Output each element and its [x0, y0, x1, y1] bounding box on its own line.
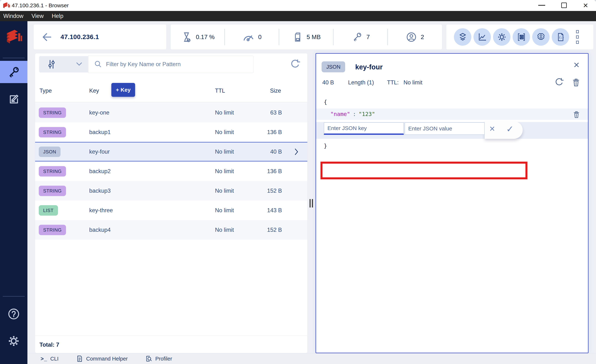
delete-field-icon[interactable]	[572, 109, 581, 119]
json-close-brace: }	[316, 141, 588, 151]
database-header-card: 47.100.236.1	[33, 24, 167, 50]
key-table-body: STRING key-one No limit 63 B STRING back…	[35, 103, 307, 240]
database-name: 47.100.236.1	[60, 33, 99, 41]
footer-toolbar: >_ CLI Command Helper Profiler	[27, 353, 596, 364]
overflow-menu-button[interactable]	[576, 30, 579, 44]
command-helper-button[interactable]: Command Helper	[76, 355, 128, 362]
menu-window[interactable]: Window	[3, 13, 23, 19]
table-row[interactable]: STRING key-one No limit 63 B	[35, 103, 307, 122]
json-field-key: "name"	[330, 111, 350, 117]
key-size: 136 B	[258, 168, 282, 175]
key-name: backup3	[89, 188, 111, 194]
sidebar-item-settings[interactable]	[0, 330, 27, 352]
json-field-row[interactable]: "name":"123"	[316, 109, 588, 120]
chevron-down-icon	[76, 62, 82, 66]
red-annotation-box	[320, 162, 528, 179]
module-json-icon: {;}	[552, 28, 569, 46]
json-editor: { "name":"123" × ✓ }	[316, 96, 588, 151]
table-row[interactable]: STRING backup2 No limit 136 B	[35, 161, 307, 181]
titlebar: 47.100.236.1 - Browser ×	[0, 0, 596, 11]
cli-icon: >_	[41, 356, 47, 362]
key-size: 40 B	[258, 148, 282, 155]
profiler-button[interactable]: Profiler	[145, 355, 172, 362]
table-row[interactable]: STRING backup3 No limit 152 B	[35, 181, 307, 201]
key-details-panel: JSON key-four × 40 B Length (1) TTL: No …	[316, 53, 589, 353]
redisinsight-window: 47.100.236.1 - Browser × Window View Hel…	[0, 0, 596, 364]
json-add-field-row: × ✓	[316, 122, 588, 139]
close-details-icon[interactable]: ×	[574, 59, 580, 71]
refresh-keys-icon[interactable]	[289, 58, 301, 70]
table-row[interactable]: STRING backup4 No limit 152 B	[35, 220, 307, 240]
key-type-badge: STRING	[39, 127, 66, 137]
total-keys-stat: 7	[334, 24, 388, 50]
refresh-value-icon[interactable]	[554, 77, 564, 88]
cpu-usage-stat: 0.17 %	[171, 24, 225, 50]
key-type-badge: STRING	[39, 166, 66, 176]
key-ttl: No limit	[215, 129, 234, 136]
table-row[interactable]: LIST key-three No limit 143 B	[35, 201, 307, 220]
key-search	[88, 56, 253, 73]
key-ttl: No limit	[215, 207, 234, 214]
close-window-button[interactable]: ×	[577, 0, 594, 11]
key-size: 63 B	[258, 109, 282, 116]
key-name: backup2	[89, 168, 111, 175]
key-type-badge: JSON	[322, 61, 345, 72]
user-icon	[406, 31, 417, 43]
redis-logo	[5, 28, 22, 45]
key-name: key-four	[89, 148, 110, 155]
total-keys-label: Total: 7	[39, 342, 59, 348]
table-row[interactable]: JSON key-four No limit 40 B	[35, 142, 307, 161]
key-size: 136 B	[258, 129, 282, 136]
json-value-input[interactable]	[405, 122, 485, 135]
key-type-badge: STRING	[39, 107, 66, 118]
edit-icon	[8, 93, 20, 105]
search-input[interactable]	[106, 61, 245, 68]
key-ttl: No limit	[215, 148, 234, 155]
add-key-button[interactable]: + Key	[111, 83, 135, 97]
ttl-value[interactable]: No limit	[403, 79, 422, 86]
filter-sliders-icon	[46, 59, 57, 70]
keys-panel: Type Key + Key TTL Size STRING key-one N…	[35, 53, 307, 353]
back-arrow-icon[interactable]	[41, 31, 53, 43]
menu-help[interactable]: Help	[52, 13, 63, 19]
apply-edit-icon[interactable]: ✓	[506, 124, 514, 134]
key-count-icon	[351, 31, 363, 43]
column-ttl: TTL	[215, 87, 225, 94]
key-ttl: No limit	[215, 109, 234, 116]
sidebar-item-help[interactable]	[0, 303, 27, 325]
sidebar-item-workbench[interactable]	[0, 88, 27, 110]
column-type: Type	[39, 87, 52, 94]
key-type-badge: JSON	[39, 146, 60, 157]
key-meta-row: 40 B Length (1) TTL: No limit	[316, 79, 588, 91]
panel-splitter-handle[interactable]	[310, 199, 314, 207]
profiler-icon	[145, 355, 152, 362]
ttl-label[interactable]: TTL:	[387, 79, 399, 86]
maximize-button[interactable]	[556, 0, 572, 11]
key-size: 143 B	[258, 207, 282, 214]
delete-key-icon[interactable]	[571, 77, 581, 88]
module-gear-icon	[493, 28, 510, 46]
filter-type-dropdown[interactable]	[39, 56, 88, 73]
key-type-badge: LIST	[39, 205, 58, 216]
sidebar-item-browser[interactable]	[0, 61, 27, 83]
cli-button[interactable]: >_ CLI	[41, 356, 59, 362]
key-size: 152 B	[258, 227, 282, 233]
sidebar	[0, 21, 27, 364]
cancel-edit-icon[interactable]: ×	[489, 123, 495, 134]
key-type-badge: STRING	[39, 225, 66, 235]
table-row[interactable]: STRING backup1 No limit 136 B	[35, 122, 307, 142]
connected-clients-stat: 2	[388, 24, 442, 50]
total-memory-stat: 5 MB	[279, 24, 334, 50]
document-icon	[76, 355, 83, 362]
key-type-badge: STRING	[39, 186, 66, 196]
key-size-value: 40 B	[322, 79, 334, 86]
module-stack-icon	[454, 28, 471, 46]
commands-per-sec-stat: 0	[225, 24, 279, 50]
hourglass-icon	[181, 31, 192, 43]
menu-view[interactable]: View	[31, 13, 44, 19]
json-key-input[interactable]	[324, 122, 404, 135]
menubar: Window View Help	[0, 11, 596, 21]
key-ttl: No limit	[215, 188, 234, 194]
minimize-button[interactable]	[534, 0, 550, 11]
json-field-value: "123"	[358, 111, 375, 117]
